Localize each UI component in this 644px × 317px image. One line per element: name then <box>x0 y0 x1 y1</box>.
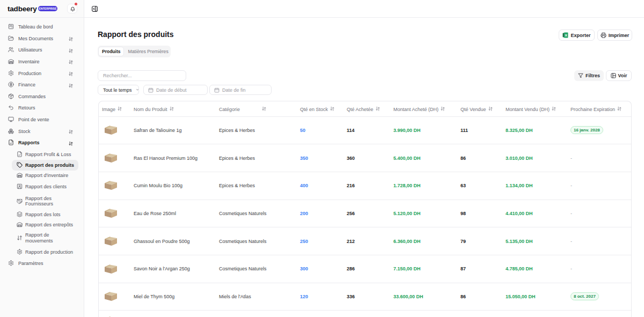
svg-text:X: X <box>565 34 567 37</box>
